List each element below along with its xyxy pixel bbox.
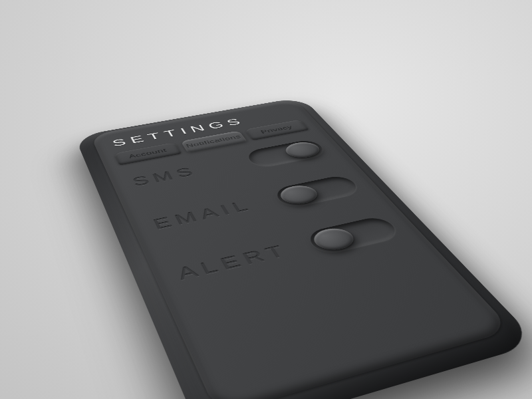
toggle-knob-icon <box>309 225 360 253</box>
setting-label: EMAIL <box>150 198 255 233</box>
phone: SETTINGS Account Notifications Privacy S… <box>74 97 532 399</box>
stage: SETTINGS Account Notifications Privacy S… <box>0 0 532 399</box>
toggle-alert[interactable] <box>304 215 402 255</box>
setting-label: ALERT <box>174 241 293 283</box>
toggle-knob-icon <box>281 140 325 160</box>
settings-rows: SMS EMAIL ALERT <box>123 136 408 291</box>
tab-label: Account <box>128 148 168 160</box>
tab-label: Privacy <box>259 124 294 135</box>
toggle-email[interactable] <box>272 174 362 209</box>
toggle-sms[interactable] <box>244 138 329 168</box>
toggle-knob-icon <box>275 183 323 207</box>
scene: SETTINGS Account Notifications Privacy S… <box>74 97 532 399</box>
setting-label: SMS <box>130 164 201 189</box>
tab-label: Notifications <box>185 134 243 149</box>
